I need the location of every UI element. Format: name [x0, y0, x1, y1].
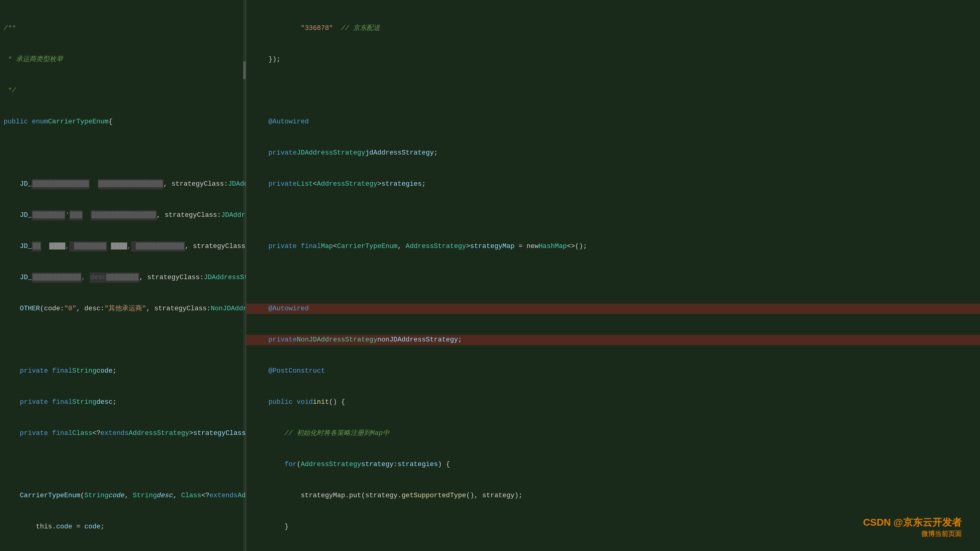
code-line: public void init() {: [246, 397, 980, 407]
code-line: private final String desc;: [0, 397, 246, 407]
code-line: private List<AddressStrategy> strategies…: [246, 179, 980, 189]
code-editor-left[interactable]: /** * 承运商类型枚举 */ public enum CarrierType…: [0, 0, 246, 551]
code-line: JD_██ ████, ████████ ████, ████████████,…: [0, 241, 246, 252]
code-line: [246, 86, 980, 96]
scrollbar[interactable]: [243, 0, 246, 551]
code-line: "336878" // 京东配送: [246, 23, 980, 33]
code-line: [0, 148, 246, 158]
code-line: }: [246, 522, 980, 532]
code-line: [0, 335, 246, 345]
code-line: * 承运商类型枚举: [0, 54, 246, 65]
code-line: private JDAddressStrategy jdAddressStrat…: [246, 148, 980, 158]
code-line: [246, 210, 980, 221]
code-line: public enum CarrierTypeEnum {: [0, 117, 246, 127]
code-line: JD_████████'███ ████████████████, strate…: [0, 210, 246, 221]
code-line: @Autowired: [246, 117, 980, 127]
code-line: [246, 272, 980, 283]
code-line: CarrierTypeEnum(String code, String desc…: [0, 491, 246, 501]
scrollbar-thumb[interactable]: [243, 61, 246, 79]
code-line: JD_████████████, desc████████, strategyC…: [0, 272, 246, 283]
code-line: /**: [0, 23, 246, 33]
code-line: OTHER(code:"0", desc:"其他承运商", strategyCl…: [0, 303, 246, 314]
code-line: @PostConstruct: [246, 366, 980, 376]
code-line: strategyMap.put(strategy.getSupportedTyp…: [246, 491, 980, 501]
code-line-removed: @Autowired: [246, 303, 980, 314]
code-line: });: [246, 54, 980, 65]
code-line: this.code = code;: [0, 522, 246, 532]
left-code-panel: /** * 承运商类型枚举 */ public enum CarrierType…: [0, 0, 246, 551]
right-panel: "336878" // 京东配送 }); @Autowired private …: [246, 0, 980, 551]
right-code-editor[interactable]: "336878" // 京东配送 }); @Autowired private …: [246, 0, 980, 551]
code-line: JD_██████████████ ████████████████, stra…: [0, 179, 246, 189]
code-line: [0, 459, 246, 470]
code-line-removed: private NonJDAddressStrategy nonJDAddres…: [246, 335, 980, 345]
code-line: */: [0, 86, 246, 96]
code-line: private final Class<? extends AddressStr…: [0, 428, 246, 438]
code-line: private final String code;: [0, 366, 246, 376]
code-line: // 初始化时将各策略注册到Map中: [246, 428, 980, 438]
code-line: for (AddressStrategy strategy : strategi…: [246, 459, 980, 470]
code-line: private final Map<CarrierTypeEnum, Addre…: [246, 241, 980, 252]
